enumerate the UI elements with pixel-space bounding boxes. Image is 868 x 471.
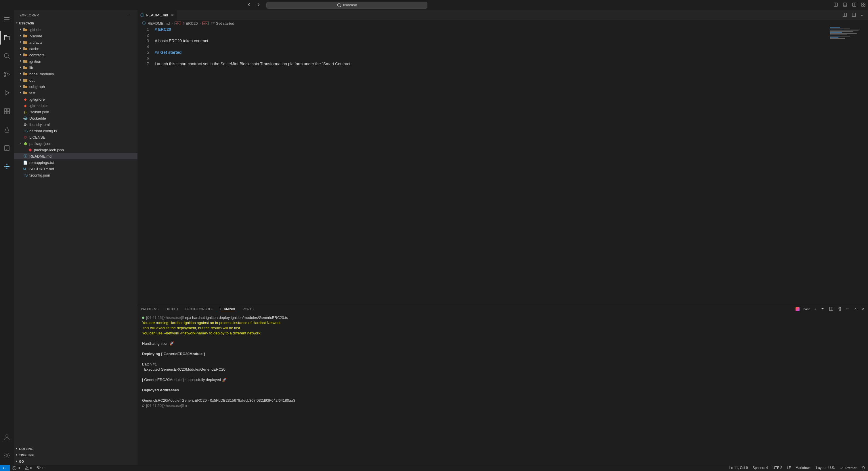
folder-icon <box>23 59 28 64</box>
docker-icon: 🐳 <box>23 116 28 121</box>
folder-test[interactable]: test <box>14 90 137 96</box>
status-errors[interactable]: 0 <box>10 465 22 471</box>
layout-sidebar-right-icon[interactable] <box>852 2 857 8</box>
file-gitignore[interactable]: ◆.gitignore <box>14 96 137 102</box>
status-prettier[interactable]: Prettier <box>837 466 859 470</box>
chevron-right-icon <box>15 453 19 457</box>
status-layout[interactable]: Layout: U.S. <box>814 466 837 470</box>
folder-cache[interactable]: cache <box>14 45 137 52</box>
status-eol[interactable]: LF <box>784 466 793 470</box>
folder-subgraph[interactable]: subgraph <box>14 84 137 90</box>
explorer-more-icon[interactable]: ⋯ <box>128 13 132 17</box>
file-gitmodules[interactable]: ◆.gitmodules <box>14 102 137 109</box>
chevron-right-icon <box>19 85 23 89</box>
folder-out[interactable]: out <box>14 77 137 84</box>
close-icon[interactable]: ✕ <box>171 13 174 17</box>
file-tsconfig[interactable]: TStsconfig.json <box>14 172 137 178</box>
panel: PROBLEMS OUTPUT DEBUG CONSOLE TERMINAL P… <box>137 304 868 465</box>
breadcrumb[interactable]: ⓘ README.md › abc # ERC20 › abc ## Get s… <box>137 20 868 27</box>
breadcrumb-file[interactable]: README.md <box>148 21 170 26</box>
terminal-content[interactable]: [04:41:26][~/usecase]$ npx hardhat ignit… <box>137 314 868 465</box>
tab-ports[interactable]: PORTS <box>243 306 254 312</box>
open-preview-icon[interactable] <box>842 12 847 18</box>
explorer-icon[interactable] <box>0 31 14 44</box>
folder-node-modules[interactable]: node_modules <box>14 71 137 77</box>
settings-icon[interactable] <box>0 448 14 462</box>
kill-terminal-icon[interactable] <box>838 307 842 312</box>
status-language[interactable]: Markdown <box>793 466 814 470</box>
svg-rect-12 <box>4 109 7 111</box>
file-solhint[interactable]: {}.solhint.json <box>14 109 137 115</box>
status-ports[interactable]: 0 <box>34 465 46 471</box>
nav-back-icon[interactable] <box>247 2 251 8</box>
command-center[interactable]: usecase <box>266 2 427 9</box>
status-warnings[interactable]: 0 <box>22 465 34 471</box>
search-text: usecase <box>343 3 357 7</box>
svg-point-10 <box>4 75 6 77</box>
tab-debug-console[interactable]: DEBUG CONSOLE <box>185 306 213 312</box>
testing-icon[interactable] <box>0 123 14 136</box>
file-readme[interactable]: ⓘREADME.md <box>14 153 137 159</box>
license-icon: © <box>23 135 28 139</box>
source-control-icon[interactable] <box>0 68 14 82</box>
split-editor-icon[interactable] <box>851 12 856 18</box>
menu-icon[interactable] <box>0 12 14 26</box>
editor-tabs: ⓘ README.md ✕ ⋯ <box>137 10 868 20</box>
file-package-lock[interactable]: ⬢package-lock.json <box>14 147 137 153</box>
file-hardhat-config[interactable]: TShardhat.config.ts <box>14 128 137 134</box>
outline-section[interactable]: OUTLINE <box>14 446 137 452</box>
file-package-json[interactable]: ⬢package.json <box>14 140 137 147</box>
editor[interactable]: 1234567 # ERC20 A basic ERC20 token cont… <box>137 27 868 304</box>
run-debug-icon[interactable] <box>0 86 14 100</box>
remote-indicator[interactable] <box>0 465 10 471</box>
go-section[interactable]: GO <box>14 458 137 465</box>
svg-rect-4 <box>862 3 863 4</box>
shell-name[interactable]: bash <box>804 307 810 311</box>
file-dockerfile[interactable]: 🐳Dockerfile <box>14 115 137 121</box>
folder-ignition[interactable]: ignition <box>14 58 137 64</box>
status-notifications-icon[interactable] <box>859 466 868 470</box>
svg-rect-7 <box>864 5 865 6</box>
folder-lib[interactable]: lib <box>14 64 137 71</box>
folder-github[interactable]: .github <box>14 27 137 33</box>
more-actions-icon[interactable]: ⋯ <box>861 13 865 17</box>
file-remappings[interactable]: 📄remappings.txt <box>14 159 137 166</box>
accounts-icon[interactable] <box>0 430 14 444</box>
file-foundry-toml[interactable]: ⚙foundry.toml <box>14 121 137 128</box>
file-security[interactable]: M↓SECURITY.md <box>14 166 137 172</box>
tab-output[interactable]: OUTPUT <box>165 306 178 312</box>
tab-problems[interactable]: PROBLEMS <box>141 306 158 312</box>
task-manager-icon[interactable] <box>0 141 14 155</box>
minimap[interactable] <box>830 27 864 304</box>
tab-terminal[interactable]: TERMINAL <box>220 306 236 312</box>
tab-readme[interactable]: ⓘ README.md ✕ <box>137 10 177 20</box>
chevron-right-icon <box>15 447 19 451</box>
chevron-right-icon <box>19 34 23 38</box>
layout-panel-icon[interactable] <box>843 2 847 8</box>
customize-layout-icon[interactable] <box>861 2 866 8</box>
svg-point-19 <box>6 454 8 456</box>
status-spaces[interactable]: Spaces: 4 <box>750 466 770 470</box>
file-license[interactable]: ©LICENSE <box>14 134 137 140</box>
maximize-panel-icon[interactable] <box>853 307 858 312</box>
terminal-more-icon[interactable]: ⋯ <box>846 307 849 311</box>
split-terminal-icon[interactable] <box>829 307 834 312</box>
new-terminal-icon[interactable]: + <box>814 307 816 311</box>
folder-vscode[interactable]: .vscode <box>14 33 137 39</box>
workspace-header[interactable]: USECASE <box>14 20 137 27</box>
timeline-section[interactable]: TIMELINE <box>14 452 137 458</box>
nav-forward-icon[interactable] <box>256 2 260 8</box>
extensions-icon[interactable] <box>0 104 14 118</box>
terminal-dropdown-icon[interactable] <box>820 307 825 312</box>
search-icon[interactable] <box>0 49 14 63</box>
code-content[interactable]: # ERC20 A basic ERC20 token contract. ##… <box>155 27 868 304</box>
layout-sidebar-left-icon[interactable] <box>834 2 838 8</box>
folder-artifacts[interactable]: artifacts <box>14 39 137 45</box>
breadcrumb-h1[interactable]: # ERC20 <box>183 21 198 26</box>
breadcrumb-h2[interactable]: ## Get started <box>211 21 234 26</box>
settlemint-icon[interactable] <box>0 160 14 174</box>
close-panel-icon[interactable]: ✕ <box>862 307 865 311</box>
status-encoding[interactable]: UTF-8 <box>770 466 784 470</box>
status-position[interactable]: Ln 11, Col 9 <box>727 466 750 470</box>
folder-contracts[interactable]: contracts <box>14 52 137 58</box>
